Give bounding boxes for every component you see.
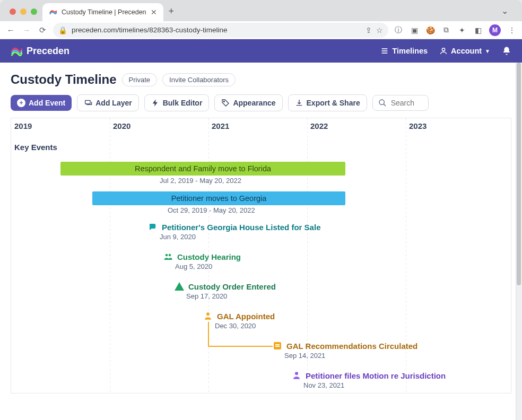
add-layer-label: Add Layer xyxy=(95,99,132,107)
point-date: Nov 23, 2021 xyxy=(303,381,344,389)
address-bar[interactable]: 🔒 preceden.com/timelines/828363-custody-… xyxy=(53,23,388,38)
bulk-editor-label: Bulk Editor xyxy=(163,99,203,107)
minimize-window-icon[interactable] xyxy=(20,8,27,15)
export-share-label: Export & Share xyxy=(307,99,360,107)
point-label: Petitioner's Georgia House Listed for Sa… xyxy=(162,223,320,232)
reload-button[interactable]: ⟳ xyxy=(37,25,48,35)
frame-ext-icon[interactable]: ⧉ xyxy=(441,25,451,35)
timeline-point[interactable]: GAL Appointed xyxy=(203,311,275,321)
user-icon xyxy=(439,47,448,55)
bar-date: Oct 29, 2019 - May 20, 2022 xyxy=(168,206,255,214)
puzzle-ext-icon[interactable]: ✦ xyxy=(457,25,467,35)
year-label: 2019 xyxy=(14,121,32,130)
title-row: Custody Timeline Private Invite Collabor… xyxy=(0,72,522,87)
close-window-icon[interactable] xyxy=(10,8,16,15)
download-icon xyxy=(295,99,303,107)
track-label: Key Events xyxy=(14,143,57,152)
list-icon xyxy=(380,47,389,55)
year-label: 2021 xyxy=(212,121,229,130)
maximize-window-icon[interactable] xyxy=(31,8,37,15)
timeline-bar[interactable]: Petitioner moves to Georgia xyxy=(92,191,345,205)
forward-button[interactable]: → xyxy=(21,25,32,34)
favicon-icon xyxy=(49,8,57,16)
tabs-dropdown-icon[interactable]: ⌄ xyxy=(501,6,516,21)
brand[interactable]: Preceden xyxy=(11,45,69,57)
nav-account-label: Account xyxy=(451,47,482,55)
person-icon xyxy=(203,311,213,321)
browser-menu-icon[interactable]: ⋮ xyxy=(507,25,517,35)
point-date: Aug 5, 2020 xyxy=(175,262,212,270)
list-icon xyxy=(273,341,282,351)
bulk-editor-button[interactable]: Bulk Editor xyxy=(144,94,210,111)
timeline-point[interactable]: Custody Order Entered xyxy=(175,282,276,291)
camera-ext-icon[interactable]: ▣ xyxy=(410,25,419,35)
lock-icon: 🔒 xyxy=(58,26,67,34)
point-label: GAL Recommendations Circulated xyxy=(286,342,417,351)
triangle-icon xyxy=(175,282,184,291)
point-date: Sep 17, 2020 xyxy=(186,292,227,300)
page-title: Custody Timeline xyxy=(11,72,117,87)
svg-point-5 xyxy=(224,101,225,102)
browser-tab-title: Custody Timeline | Preceden xyxy=(62,8,146,16)
brand-name: Preceden xyxy=(27,46,69,57)
point-label: Custody Order Entered xyxy=(188,282,276,291)
bell-icon xyxy=(502,46,511,56)
window-controls[interactable] xyxy=(6,8,42,21)
bar-date: Jul 2, 2019 - May 20, 2022 xyxy=(160,177,241,185)
appearance-button[interactable]: Appearance xyxy=(214,94,282,111)
page-content: Custody Timeline Private Invite Collabor… xyxy=(0,63,522,420)
nav-notifications[interactable] xyxy=(502,46,511,56)
privacy-badge[interactable]: Private xyxy=(122,73,157,86)
back-button[interactable]: ← xyxy=(5,25,16,34)
nav-timelines[interactable]: Timelines xyxy=(380,47,428,55)
year-label: 2020 xyxy=(113,121,130,130)
timeline-point[interactable]: Custody Hearing xyxy=(163,252,241,261)
share-icon[interactable]: ⇪ xyxy=(366,26,372,34)
point-date: Sep 14, 2021 xyxy=(284,352,325,360)
gridline xyxy=(406,118,406,393)
search-input[interactable] xyxy=(391,99,423,107)
profile-avatar[interactable]: M xyxy=(489,24,501,36)
svg-point-6 xyxy=(379,100,384,104)
nav-account[interactable]: Account ▼ xyxy=(439,47,490,55)
browser-toolbar: ← → ⟳ 🔒 preceden.com/timelines/828363-cu… xyxy=(0,21,522,39)
scrollbar-track[interactable] xyxy=(516,63,522,420)
plus-icon: + xyxy=(17,99,25,107)
info-ext-icon[interactable]: ⓘ xyxy=(394,25,403,35)
timeline-point[interactable]: Petitioner files Motion re Jurisdiction xyxy=(292,371,446,380)
bar-label: Respondent and Family move to Florida xyxy=(135,164,271,173)
bookmark-icon[interactable]: ☆ xyxy=(376,26,383,34)
point-date: Dec 30, 2020 xyxy=(215,322,256,330)
browser-tab-active[interactable]: Custody Timeline | Preceden ✕ xyxy=(42,3,163,21)
chevron-down-icon: ▼ xyxy=(485,48,490,54)
timeline-bar[interactable]: Respondent and Family move to Florida xyxy=(60,162,345,176)
timeline[interactable]: 2019 2020 2021 2022 2023 Key Events Resp… xyxy=(11,118,511,393)
connector-line xyxy=(208,322,209,346)
svg-point-9 xyxy=(169,254,171,257)
new-tab-button[interactable]: + xyxy=(163,6,180,21)
appearance-label: Appearance xyxy=(233,99,275,107)
nav-timelines-label: Timelines xyxy=(392,47,428,55)
point-label: Petitioner files Motion re Jurisdiction xyxy=(306,371,446,380)
scrollbar-thumb[interactable] xyxy=(517,63,521,285)
svg-line-7 xyxy=(384,104,386,106)
sidepanel-ext-icon[interactable]: ◧ xyxy=(473,25,483,35)
search-field[interactable] xyxy=(372,95,429,111)
cookie-ext-icon[interactable]: 🍪 xyxy=(425,25,435,35)
tag-icon xyxy=(221,99,230,107)
brand-logo-icon xyxy=(11,45,22,57)
svg-point-3 xyxy=(442,48,445,51)
timeline-point[interactable]: GAL Recommendations Circulated xyxy=(273,341,417,351)
export-share-button[interactable]: Export & Share xyxy=(288,94,367,111)
svg-point-11 xyxy=(295,372,298,375)
add-layer-button[interactable]: Add Layer xyxy=(77,94,138,111)
browser-tab-row: Custody Timeline | Preceden ✕ + ⌄ xyxy=(0,0,522,21)
invite-collaborators-button[interactable]: Invite Collaborators xyxy=(162,73,236,86)
tab-close-icon[interactable]: ✕ xyxy=(151,8,157,16)
svg-point-10 xyxy=(206,312,210,316)
timeline-point[interactable]: Petitioner's Georgia House Listed for Sa… xyxy=(148,222,320,232)
bar-label: Petitioner moves to Georgia xyxy=(171,194,267,203)
svg-rect-4 xyxy=(85,100,90,104)
toolbar: + Add Event Add Layer Bulk Editor Appear… xyxy=(0,87,522,118)
add-event-button[interactable]: + Add Event xyxy=(11,95,72,111)
